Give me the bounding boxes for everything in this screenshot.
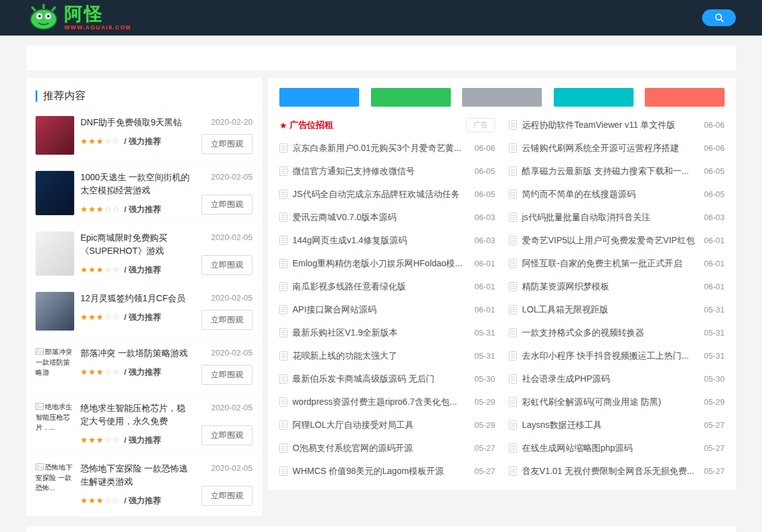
watch-now-button[interactable]: 立即围观 [201,310,253,330]
recommended-thumbnail[interactable]: 绝地求生智能压枪芯片，... [36,402,74,446]
recommended-item-title[interactable]: 恐怖地下室探险 一款恐怖逃生解谜类游戏 [80,462,191,488]
article-title-link[interactable]: 在线生成网站缩略图php源码 [522,443,699,454]
article-date: 05-31 [704,305,725,314]
document-icon [279,236,287,245]
recommended-item: 1000天逃生 一款空间街机的太空模拟经营游戏 ★★★☆☆ / 强力推荐 202… [26,162,262,223]
recommended-item-title[interactable]: 绝地求生智能压枪芯片，稳定大号使用，永久免费 [80,402,191,428]
category-button[interactable] [645,88,725,107]
site-logo[interactable]: 阿怪 WWW.AGUAI8.COM [27,4,131,32]
category-button[interactable] [554,88,634,107]
article-title-link[interactable]: 音友V1.01 无视付费限制全网音乐无损免费... [522,466,699,477]
recommended-item-body: 恐怖地下室探险 一款恐怖逃生解谜类游戏 ★★★☆☆ / 强力推荐 [80,462,191,506]
article-row: 彩虹代刷全解源码(可商业用途 防黑) 05-29 [509,390,725,414]
recommended-thumbnail[interactable]: 恐怖地下室探险 一款恐怖... [36,462,74,506]
red-star-icon: ★ [279,120,287,130]
article-title-link[interactable]: 花呗新上线的功能太强大了 [292,351,470,362]
article-title-link[interactable]: 彩虹代刷全解源码(可商业用途 防黑) [522,397,699,408]
article-title-link[interactable]: 一款支持格式众多的视频转换器 [522,327,699,339]
article-date: 05-31 [704,328,725,337]
stars-empty-icon: ☆☆ [104,137,120,146]
recommended-item-title[interactable]: 部落冲突 一款塔防策略游戏 [80,347,191,360]
article-title-link[interactable]: 爱讯云商城V0.7.0版本源码 [292,212,470,223]
article-title-link[interactable]: WHMCS 价值98美元的Lagom模板开源 [292,466,470,477]
article-title-link[interactable]: 爱奇艺VIP5以上用户可免费发爱奇艺VIP红包 [522,235,699,246]
rating-row: ★★★☆☆ / 强力推荐 [80,312,191,323]
article-title-link[interactable]: JS代码全自动完成京东品牌狂欢城活动任务 [292,189,470,200]
article-date: 06-03 [704,213,725,222]
watch-now-button[interactable]: 立即围观 [201,134,253,154]
category-button[interactable] [462,88,542,107]
article-date: 06-06 [704,143,725,153]
article-row: 去水印小程序 快手抖音视频搬运工上热门... 05-31 [509,344,725,367]
article-title-link[interactable]: 最新伯乐发卡商城高级版源码 无后门 [292,374,470,385]
article-title-link[interactable]: 微信官方通知已支持修改微信号 [292,166,470,177]
search-button[interactable] [702,9,736,26]
article-title-link[interactable]: 云铺购代刷网系统全开源可运营程序搭建 [522,143,699,154]
watch-now-button[interactable]: 立即围观 [201,365,253,385]
watch-now-button[interactable]: 立即围观 [201,486,253,506]
category-button[interactable] [371,88,451,107]
recommended-item-body: 1000天逃生 一款空间街机的太空模拟经营游戏 ★★★☆☆ / 强力推荐 [80,171,191,215]
article-title-link[interactable]: Laysns数据迁移工具 [522,420,699,431]
broken-image-icon [36,463,44,470]
article-title-link[interactable]: 酷享磁力云最新版 支持磁力搜索下载和一... [522,166,699,177]
rating-row: ★★★☆☆ / 强力推荐 [80,204,191,215]
article-title-link[interactable]: wordpress资源付费主题ripro6.7含美化包... [292,397,470,408]
watch-now-button[interactable]: 立即围观 [201,195,253,215]
article-title-link[interactable]: 阿怪互联-自家的免费主机第一批正式开启 [522,258,699,269]
search-icon [715,13,724,22]
article-row: 音友V1.01 无视付费限制全网音乐无损免费... 05-27 [509,460,725,483]
article-title-link[interactable]: 远程协助软件TeamViewer v11 单文件版 [522,120,699,131]
recommended-thumbnail[interactable] [36,292,74,331]
category-button[interactable] [279,88,359,107]
article-date: 06-01 [475,282,495,291]
article-title-link[interactable]: API接口聚合网站源码 [292,304,470,316]
article-title-link[interactable]: js代码批量批量自动取消抖音关注 [522,212,699,223]
article-title-link[interactable]: 京东白条新用户0.01元购买3个月爱奇艺黄... [292,143,470,154]
article-date: 05-31 [475,328,495,337]
article-title-link[interactable]: Emlog重构精仿老版小刀娱乐网HFoldao模... [292,258,470,269]
watch-now-button[interactable]: 立即围观 [201,255,253,275]
document-icon [279,305,287,314]
article-title-link[interactable]: 最新乐购社区V1.9全新版本 [292,327,470,339]
watch-now-button[interactable]: 立即围观 [201,425,253,445]
recommended-item: 恐怖地下室探险 一款恐怖... 恐怖地下室探险 一款恐怖逃生解谜类游戏 ★★★☆… [26,453,262,514]
articles-panel: ★ 广告位招租 广告 京东白条新用户0.01元购买3个月爱奇艺黄... 06-0… [268,78,736,490]
article-title-link[interactable]: O泡易支付系统官网的源码开源 [292,443,470,454]
article-date: 05-29 [704,397,725,407]
recommended-item-title[interactable]: Epic商城限时免费购买《SUPERHOT》游戏 [80,231,191,258]
recommended-item-date: 2020-02-20 [211,117,253,127]
ad-slot-link[interactable]: 广告位招租 [290,120,464,131]
main-content: 推荐内容 DNF助手免费领取9天黑钻 ★★★☆☆ / 强力推荐 2020-02-… [26,78,736,516]
recommended-thumbnail[interactable] [36,171,74,215]
rating-row: ★★★☆☆ / 强力推荐 [80,264,191,276]
recommended-item-date: 2020-02-05 [211,293,253,302]
document-icon [509,305,517,314]
recommended-thumbnail[interactable] [36,116,74,155]
recommended-item-meta: 2020-02-05 立即围观 [198,462,253,506]
document-icon [279,374,287,384]
recommended-item-meta: 2020-02-05 立即围观 [198,171,253,215]
recommended-item-title[interactable]: 12月灵狐签约领1月CF会员 [80,292,191,305]
article-title-link[interactable]: 社会语录生成PHP源码 [522,374,699,385]
recommended-item-title[interactable]: DNF助手免费领取9天黑钻 [80,116,191,129]
rating-row: ★★★☆☆ / 强力推荐 [80,136,191,147]
article-title-link[interactable]: 去水印小程序 快手抖音视频搬运工上热门... [522,351,699,362]
recommended-thumbnail[interactable] [36,231,74,276]
recommended-item-meta: 2020-02-05 立即围观 [198,402,253,446]
recommended-item: Epic商城限时免费购买《SUPERHOT》游戏 ★★★☆☆ / 强力推荐 20… [26,223,262,283]
article-row: 精防某资源网织梦模板 06-01 [509,275,725,298]
document-icon [279,443,287,453]
article-title-link[interactable]: 144g网页生成v1.4修复版源码 [292,235,470,246]
article-row: 爱奇艺VIP5以上用户可免费发爱奇艺VIP红包 06-01 [509,229,725,252]
article-title-link[interactable]: LOL工具箱无限视距版 [522,304,699,316]
article-title-link[interactable]: 阿狸LOL大厅自动接受对局工具 [292,420,470,431]
recommend-strength-label: / 强力推荐 [124,137,161,146]
article-title-link[interactable]: 南瓜影视多线路任意看绿化版 [292,281,470,293]
document-icon [279,420,287,430]
recommended-item-title[interactable]: 1000天逃生 一款空间街机的太空模拟经营游戏 [80,171,191,197]
article-title-link[interactable]: 简约而不简单的在线搜题源码 [522,189,699,200]
document-icon [509,397,517,407]
recommended-thumbnail[interactable]: 部落冲突 一款塔防策略游 [36,347,74,385]
article-title-link[interactable]: 精防某资源网织梦模板 [522,281,699,293]
